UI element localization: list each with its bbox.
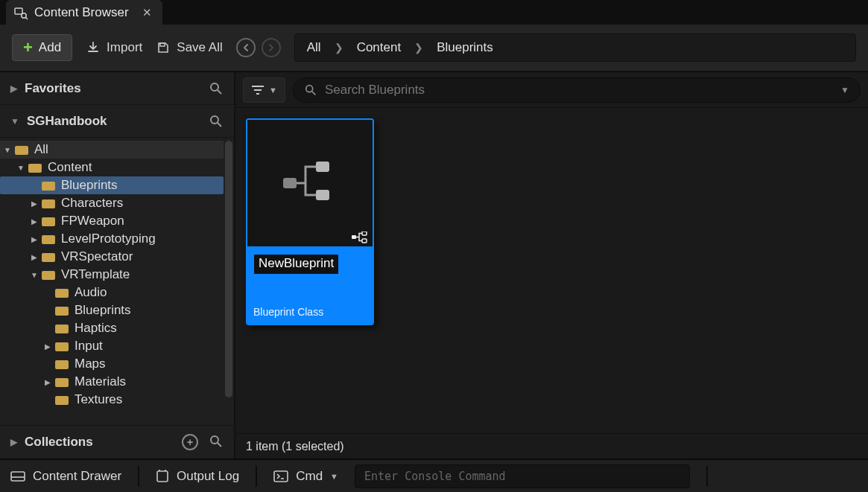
output-log-button[interactable]: Output Log — [156, 469, 239, 484]
chevron-down-icon[interactable]: ▼ — [840, 85, 849, 95]
svg-line-9 — [218, 443, 221, 447]
folder-icon — [42, 198, 55, 208]
chevron-down-icon: ▼ — [3, 146, 12, 154]
tree-item-fpweapon[interactable]: ▶ FPWeapon — [0, 212, 224, 230]
save-all-button[interactable]: Save All — [156, 40, 222, 55]
tree-scrollbar[interactable] — [225, 141, 232, 397]
search-icon[interactable] — [209, 81, 224, 96]
tree-item-vr-input[interactable]: ▶ Input — [0, 337, 224, 355]
folder-icon — [55, 287, 69, 298]
asset-type-label: Blueprint Class — [253, 306, 367, 318]
tab-content-browser[interactable]: Content Browser ✕ — [6, 0, 162, 25]
breadcrumb-content[interactable]: Content — [357, 40, 402, 55]
search-input[interactable] — [325, 83, 840, 98]
tree-item-all[interactable]: ▼ All — [0, 141, 224, 159]
tree-label: Characters — [61, 196, 123, 211]
svg-rect-18 — [352, 235, 356, 239]
import-label: Import — [107, 40, 142, 55]
tree-item-content[interactable]: ▼ Content — [0, 159, 224, 176]
tab-bar: Content Browser ✕ — [0, 0, 868, 25]
cmd-icon — [273, 470, 288, 482]
svg-rect-23 — [157, 471, 168, 482]
svg-line-5 — [218, 90, 221, 94]
filter-icon — [251, 85, 264, 95]
console-input[interactable] — [355, 464, 690, 488]
tree-item-vr-audio[interactable]: Audio — [0, 284, 224, 301]
svg-point-1 — [22, 13, 26, 17]
folder-icon — [55, 323, 69, 333]
svg-line-7 — [218, 123, 221, 127]
tree-item-vrtemplate[interactable]: ▼ VRTemplate — [0, 266, 224, 284]
chevron-right-icon: ▶ — [10, 83, 17, 94]
output-log-label: Output Log — [177, 469, 239, 484]
nav-forward-button[interactable] — [262, 38, 281, 57]
search-icon[interactable] — [209, 114, 224, 129]
folder-icon — [55, 377, 69, 387]
svg-point-13 — [306, 85, 313, 92]
folder-icon — [42, 234, 55, 244]
asset-grid[interactable]: NewBlueprint Blueprint Class — [235, 108, 868, 433]
svg-rect-26 — [274, 471, 288, 482]
add-collection-button[interactable]: + — [182, 434, 198, 450]
asset-tile-newblueprint[interactable]: NewBlueprint Blueprint Class — [246, 118, 374, 325]
tab-title: Content Browser — [34, 5, 129, 20]
tree-label: Audio — [75, 285, 107, 300]
tree-item-vrspectator[interactable]: ▶ VRSpectator — [0, 248, 224, 266]
drawer-icon — [10, 470, 25, 483]
svg-rect-0 — [15, 8, 22, 14]
breadcrumb-blueprints[interactable]: Blueprints — [437, 40, 493, 55]
plus-icon: + — [23, 39, 33, 56]
svg-rect-21 — [11, 472, 25, 481]
add-button[interactable]: + Add — [12, 34, 72, 61]
folder-icon — [42, 252, 55, 262]
close-icon[interactable]: ✕ — [142, 6, 152, 19]
chevron-right-icon: ▶ — [43, 342, 52, 351]
content-drawer-button[interactable]: Content Drawer — [10, 469, 121, 484]
chevron-right-icon: ▶ — [43, 378, 52, 386]
add-label: Add — [39, 40, 61, 55]
cmd-selector[interactable]: Cmd ▼ — [273, 469, 338, 484]
chevron-down-icon: ▼ — [16, 164, 25, 172]
sidebar: ▶ Favorites ▼ SGHandbook ▼ All — [0, 72, 235, 459]
folder-icon — [42, 216, 55, 226]
tree-item-levelprototyping[interactable]: ▶ LevelPrototyping — [0, 230, 224, 248]
tree-item-vr-haptics[interactable]: Haptics — [0, 319, 224, 337]
collections-section[interactable]: ▶ Collections + — [0, 426, 234, 459]
chevron-down-icon: ▼ — [269, 86, 277, 95]
drawer-label: Content Drawer — [33, 469, 121, 484]
tree-label: Content — [48, 160, 92, 175]
chevron-right-icon: ▶ — [30, 235, 39, 243]
tree-item-vr-textures[interactable]: Textures — [0, 391, 224, 409]
tree-label: Blueprints — [61, 178, 118, 193]
search-icon[interactable] — [209, 434, 224, 450]
tree-label: Materials — [75, 374, 126, 389]
nav-back-button[interactable] — [236, 38, 256, 57]
folder-icon — [55, 359, 69, 369]
tree-item-blueprints[interactable]: Blueprints — [0, 176, 224, 194]
tree-item-vr-materials[interactable]: ▶ Materials — [0, 373, 224, 391]
breadcrumb[interactable]: All ❯ Content ❯ Blueprints — [294, 33, 856, 62]
tree-label: Blueprints — [75, 303, 131, 318]
blueprint-badge-icon — [352, 231, 368, 243]
filter-button[interactable]: ▼ — [243, 77, 285, 103]
svg-point-6 — [211, 116, 218, 124]
tree-item-vr-maps[interactable]: Maps — [0, 355, 224, 373]
svg-point-8 — [211, 436, 218, 444]
tree-label: Textures — [75, 392, 122, 407]
favorites-section[interactable]: ▶ Favorites — [0, 72, 234, 105]
breadcrumb-all[interactable]: All — [307, 40, 321, 55]
search-field[interactable]: ▼ — [293, 77, 861, 103]
import-button[interactable]: Import — [86, 40, 142, 55]
asset-name-input[interactable]: NewBlueprint — [253, 254, 339, 275]
svg-rect-20 — [362, 239, 367, 243]
svg-line-2 — [26, 17, 28, 19]
tree-item-characters[interactable]: ▶ Characters — [0, 194, 224, 212]
tree-label: Maps — [75, 357, 106, 371]
content-toolbar: ▼ ▼ — [235, 72, 868, 108]
tree-item-vr-blueprints[interactable]: Blueprints — [0, 301, 224, 319]
svg-point-4 — [211, 83, 218, 91]
project-label: SGHandbook — [27, 114, 107, 129]
tree-label: LevelPrototyping — [61, 231, 156, 246]
project-section[interactable]: ▼ SGHandbook — [0, 105, 234, 138]
tree-label: Input — [75, 339, 103, 354]
